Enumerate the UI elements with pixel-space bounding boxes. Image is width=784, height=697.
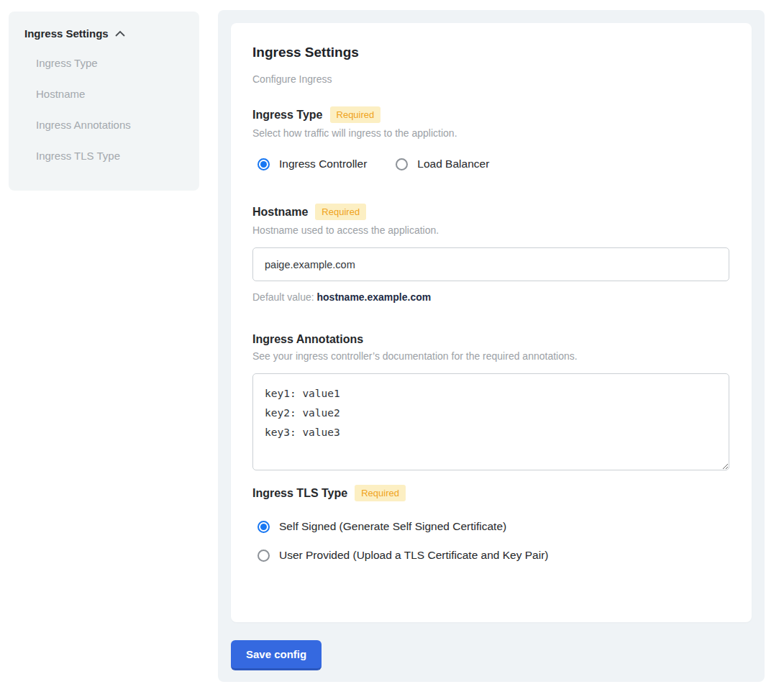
hostname-default-value: hostname.example.com	[317, 291, 432, 303]
section-title-ingress-annotations: Ingress Annotations	[252, 333, 363, 346]
required-badge: Required	[355, 485, 406, 501]
ingress-type-radio-group: Ingress Controller Load Balancer	[252, 158, 730, 170]
radio-selected-icon	[257, 521, 270, 533]
radio-unselected-icon	[396, 158, 408, 170]
sidebar-item-ingress-type[interactable]: Ingress Type	[36, 57, 183, 69]
section-title-ingress-type: Ingress Type	[252, 109, 323, 122]
radio-selected-icon	[257, 158, 270, 170]
required-badge: Required	[315, 204, 366, 220]
chevron-up-icon	[114, 27, 126, 40]
section-title-hostname: Hostname	[252, 206, 308, 219]
save-row: Save config	[231, 640, 752, 670]
settings-sidebar: Ingress Settings Ingress Type Hostname I…	[9, 12, 199, 191]
required-badge: Required	[330, 106, 381, 123]
sidebar-section-toggle[interactable]: Ingress Settings	[24, 27, 183, 40]
sidebar-item-ingress-tls-type[interactable]: Ingress TLS Type	[36, 150, 183, 162]
radio-unselected-icon	[257, 550, 270, 562]
sidebar-nav: Ingress Type Hostname Ingress Annotation…	[24, 57, 183, 162]
section-ingress-annotations: Ingress Annotations See your ingress con…	[252, 333, 730, 473]
radio-user-provided[interactable]: User Provided (Upload a TLS Certificate …	[257, 549, 730, 562]
hostname-input[interactable]	[252, 247, 729, 281]
save-config-button[interactable]: Save config	[231, 640, 322, 670]
radio-ingress-controller[interactable]: Ingress Controller	[257, 158, 367, 170]
radio-load-balancer[interactable]: Load Balancer	[396, 158, 489, 170]
page-title: Ingress Settings	[252, 45, 730, 60]
sidebar-section-title: Ingress Settings	[24, 27, 109, 40]
page-subtitle: Configure Ingress	[252, 73, 730, 85]
tls-type-radio-group: Self Signed (Generate Self Signed Certif…	[252, 520, 730, 562]
sidebar-item-ingress-annotations[interactable]: Ingress Annotations	[36, 119, 183, 131]
annotations-textarea[interactable]: key1: value1 key2: value2 key3: value3	[252, 373, 729, 470]
hostname-help: Hostname used to access the application.	[252, 224, 730, 236]
hostname-default-note: Default value: hostname.example.com	[252, 291, 730, 303]
main-panel: Ingress Settings Configure Ingress Ingre…	[218, 10, 765, 682]
section-ingress-type: Ingress Type Required Select how traffic…	[252, 106, 730, 170]
section-title-ingress-tls-type: Ingress TLS Type	[252, 487, 347, 500]
section-ingress-tls-type: Ingress TLS Type Required Self Signed (G…	[252, 485, 730, 562]
ingress-type-help: Select how traffic will ingress to the a…	[252, 127, 730, 139]
ingress-settings-card: Ingress Settings Configure Ingress Ingre…	[231, 23, 752, 622]
radio-self-signed[interactable]: Self Signed (Generate Self Signed Certif…	[257, 520, 730, 533]
section-hostname: Hostname Required Hostname used to acces…	[252, 204, 730, 303]
sidebar-item-hostname[interactable]: Hostname	[36, 88, 183, 100]
annotations-help: See your ingress controller’s documentat…	[252, 350, 730, 362]
